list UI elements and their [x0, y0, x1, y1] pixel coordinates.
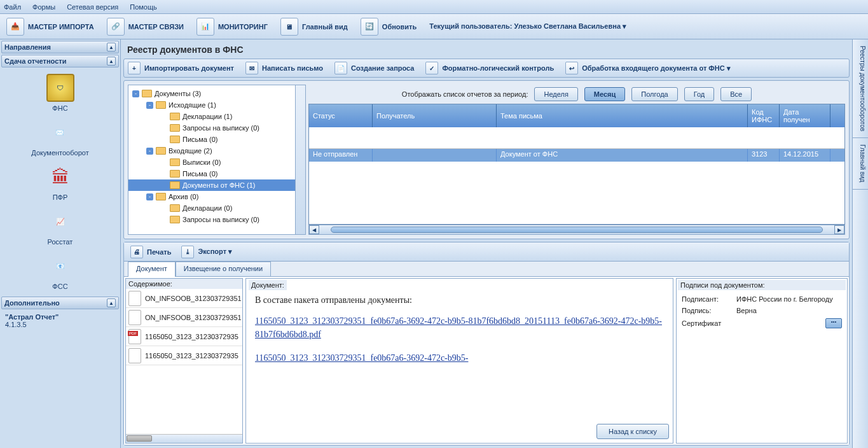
- file-item[interactable]: ON_INFSOOB_312303729351: [126, 308, 242, 327]
- tree-toggle-icon[interactable]: -: [146, 102, 153, 109]
- scroll-right-icon[interactable]: ▶: [834, 225, 844, 234]
- page-title: Реестр документов в ФНС: [123, 42, 850, 56]
- tree-node[interactable]: Декларации (0): [128, 202, 305, 214]
- sidebar-item-docflow[interactable]: ✉️ Документооборот: [31, 118, 88, 157]
- center-pane: Реестр документов в ФНС +Импортировать д…: [121, 39, 852, 448]
- tree-node[interactable]: -Исходящие (1): [128, 99, 305, 111]
- scroll-thumb[interactable]: [331, 227, 823, 233]
- lower-content: Содержимое: ON_INFSOOB_312303729351ON_IN…: [124, 276, 849, 445]
- folder-icon: [170, 181, 180, 189]
- tree-scrollbar[interactable]: [295, 85, 305, 234]
- document-grid: СтатусПолучательТема письмаКод ИФНСДата …: [308, 104, 845, 225]
- menu-file[interactable]: Файл: [4, 3, 21, 11]
- import-master-button[interactable]: 📥 МАСТЕР ИМПОРТА: [4, 17, 97, 37]
- sidebar-item-fns[interactable]: 🛡 ФНС: [46, 74, 74, 112]
- format-control-button[interactable]: ✓Форматно-логический контроль: [425, 62, 554, 74]
- grid-col-header[interactable]: Дата получен: [780, 104, 830, 127]
- main-view-button[interactable]: 🖥 Главный вид: [278, 17, 350, 37]
- tree-node[interactable]: -Архив (0): [128, 191, 305, 202]
- vert-tab-main-view[interactable]: Главный вид: [853, 138, 868, 189]
- tree-node[interactable]: Запросы на выписку (0): [128, 122, 305, 134]
- certificate-button[interactable]: •••: [825, 318, 842, 328]
- write-letter-button[interactable]: ✉Написать письмо: [245, 62, 323, 74]
- sidebar-item-rosstat[interactable]: 📈 Росстат: [46, 207, 74, 246]
- folder-icon: [156, 101, 166, 109]
- print-button[interactable]: 🖨Печать: [130, 246, 171, 258]
- filter-button-Полгода[interactable]: Полгода: [631, 87, 677, 101]
- extra-header[interactable]: Дополнительно ▲: [1, 297, 119, 309]
- docflow-icon: ✉️: [46, 118, 74, 146]
- fns-icon: 🛡: [46, 74, 74, 102]
- file-item[interactable]: 1165050_3123_31230372935: [126, 327, 242, 346]
- document-column: Документ: В составе пакета отправлены до…: [245, 278, 673, 444]
- create-request-button[interactable]: 📄Создание запроса: [334, 62, 414, 74]
- import-doc-icon: +: [128, 62, 141, 74]
- file-item[interactable]: ON_INFSOOB_312303729351: [126, 289, 242, 308]
- chevron-up-icon[interactable]: ▲: [107, 57, 116, 66]
- tree-node-label: Исходящие (1): [169, 101, 216, 109]
- filter-button-Месяц[interactable]: Месяц: [584, 87, 625, 101]
- tree-node-label: Письма (0): [183, 170, 217, 178]
- doc-file-icon: [128, 310, 141, 325]
- doc-link-2[interactable]: 1165050_3123_312303729351_fe0b67a6-3692-…: [255, 353, 468, 363]
- tab-document[interactable]: Документ: [128, 262, 176, 277]
- chevron-up-icon[interactable]: ▲: [107, 298, 116, 307]
- sidebar-left: Направления ▲ Сдача отчетности ▲ 🛡 ФНС ✉…: [0, 39, 121, 448]
- lower-panel: 🖨Печать ⤓Экспорт ▾ Документ Извещение о …: [123, 242, 850, 445]
- tree-node[interactable]: Письма (0): [128, 168, 305, 179]
- tree-node[interactable]: -Входящие (2): [128, 145, 305, 157]
- current-user-dropdown[interactable]: Текущий пользователь: Улезько Светлана В…: [427, 21, 629, 32]
- tree-node[interactable]: -Документы (3): [128, 88, 305, 99]
- horizontal-scrollbar[interactable]: ◀ ▶: [308, 225, 845, 235]
- tree-toggle-icon[interactable]: -: [146, 193, 153, 200]
- sidebar-item-pfr[interactable]: 🏛 ПФР: [46, 163, 74, 201]
- grid-col-header[interactable]: Получатель: [373, 104, 497, 127]
- filter-button-Все[interactable]: Все: [720, 87, 752, 101]
- tree-node[interactable]: Декларации (1): [128, 111, 305, 122]
- folder-icon: [170, 204, 180, 212]
- grid-row[interactable]: Не отправленДокумент от ФНС312314.12.201…: [309, 149, 844, 162]
- filter-button-Год[interactable]: Год: [684, 87, 715, 101]
- grid-col-header[interactable]: Тема письма: [497, 104, 748, 127]
- grid-cell: Не отправлен: [309, 149, 373, 162]
- connection-icon: 🔗: [107, 18, 125, 36]
- vert-tab-registries[interactable]: Реестры документооборотов: [853, 39, 868, 138]
- refresh-button[interactable]: 🔄 Обновить: [358, 17, 419, 37]
- menu-help[interactable]: Помощь: [130, 3, 157, 11]
- reporting-header[interactable]: Сдача отчетности ▲: [1, 55, 119, 67]
- app-version-label: 4.1.3.5: [5, 321, 115, 328]
- file-list-scrollbar[interactable]: [126, 434, 242, 443]
- grid-col-header[interactable]: Код ИФНС: [748, 104, 780, 127]
- process-incoming-button[interactable]: ↩Обработка входящего документа от ФНС ▾: [565, 62, 731, 74]
- back-to-list-button[interactable]: Назад к списку: [596, 424, 669, 439]
- menu-network[interactable]: Сетевая версия: [67, 3, 118, 11]
- connection-master-button[interactable]: 🔗 МАСТЕР СВЯЗИ: [104, 17, 186, 37]
- import-doc-button[interactable]: +Импортировать документ: [128, 62, 234, 74]
- tab-receipt[interactable]: Извещение о получении: [176, 262, 271, 277]
- export-button[interactable]: ⤓Экспорт ▾: [181, 246, 232, 258]
- grid-col-header[interactable]: Статус: [309, 104, 373, 127]
- tree-node-label: Запросы на выписку (0): [183, 124, 259, 132]
- folder-icon: [142, 90, 152, 97]
- tree-node[interactable]: Выписки (0): [128, 157, 305, 168]
- filter-button-Неделя[interactable]: Неделя: [534, 87, 577, 101]
- folder-icon: [170, 124, 180, 132]
- tree-node[interactable]: Письма (0): [128, 134, 305, 145]
- tree-toggle-icon[interactable]: -: [132, 90, 139, 97]
- directions-header[interactable]: Направления ▲: [1, 41, 119, 53]
- tree-node[interactable]: Документы от ФНС (1): [128, 179, 305, 191]
- tree-toggle-icon[interactable]: -: [146, 148, 153, 155]
- tree-node-label: Письма (0): [183, 136, 217, 143]
- monitoring-button[interactable]: 📊 МОНИТОРИНГ: [194, 17, 270, 37]
- doc-link-1[interactable]: 1165050_3123_312303729351_fe0b67a6-3692-…: [255, 316, 662, 339]
- menu-forms[interactable]: Формы: [32, 3, 55, 11]
- sidebar-item-fss[interactable]: 📧 ФСС: [46, 252, 74, 290]
- chevron-up-icon[interactable]: ▲: [107, 43, 116, 52]
- file-name-label: 1165050_3123_31230372935: [145, 352, 238, 360]
- file-item[interactable]: 1165050_3123_31230372935: [126, 346, 242, 365]
- scroll-left-icon[interactable]: ◀: [309, 225, 319, 234]
- export-icon: ⤓: [181, 246, 194, 258]
- grid-wrapper: Отображать список отчетов за период: Нед…: [308, 85, 845, 235]
- tree-node[interactable]: Запросы на выписку (0): [128, 214, 305, 225]
- sidebar-icons: 🛡 ФНС ✉️ Документооборот 🏛 ПФР 📈 Росстат…: [1, 69, 119, 295]
